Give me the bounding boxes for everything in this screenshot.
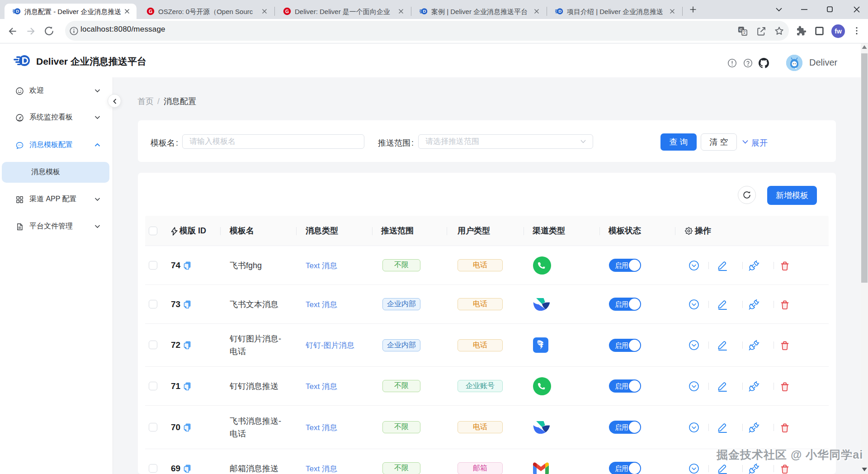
svg-text:G: G [149, 9, 152, 14]
svg-text:文: 文 [742, 30, 747, 35]
svg-text:D: D [558, 9, 561, 14]
svg-text:D: D [423, 9, 426, 14]
svg-text:G: G [285, 9, 289, 14]
svg-text:D: D [16, 9, 19, 14]
